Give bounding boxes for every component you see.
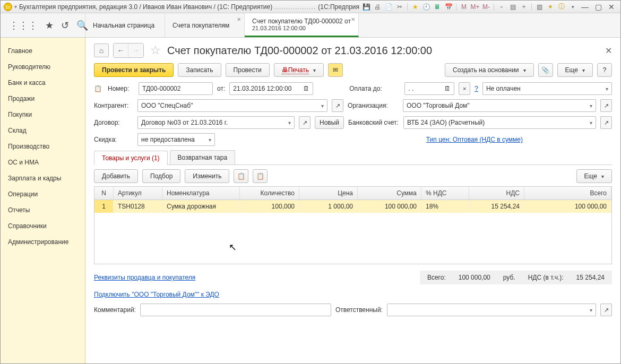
sidebar-item-sales[interactable]: Продажи xyxy=(1,91,85,107)
star-icon[interactable]: ★ xyxy=(410,3,420,11)
history-nav-icon[interactable]: ↺ xyxy=(61,20,69,31)
calendar-icon[interactable]: 📅 xyxy=(444,3,453,11)
drop-icon[interactable]: ▾ xyxy=(568,3,577,11)
tool-icon[interactable]: ✴ xyxy=(546,3,555,11)
mem-m[interactable]: M xyxy=(459,3,469,11)
contract-field[interactable]: Договор №03 от 21.03.2016 г. xyxy=(137,116,295,129)
apps-icon[interactable]: ⋮⋮⋮ xyxy=(9,20,38,31)
close-icon[interactable]: ✕ xyxy=(237,16,241,22)
add-button[interactable]: Добавить xyxy=(94,169,138,183)
bank-account-open-button[interactable]: ↗ xyxy=(600,116,612,129)
responsible-field[interactable] xyxy=(387,304,596,316)
doc-icon[interactable]: 📄 xyxy=(384,3,393,11)
sidebar-item-catalogs[interactable]: Справочники xyxy=(1,218,85,234)
pay-status-field[interactable]: Не оплачен xyxy=(482,82,612,95)
sidebar-item-production[interactable]: Производство xyxy=(1,138,85,154)
tab-invoices[interactable]: Счета покупателям ✕ xyxy=(165,13,245,37)
sidebar: Главное Руководителю Банк и касса Продаж… xyxy=(1,38,85,364)
responsible-open-button[interactable]: ↗ xyxy=(600,304,612,316)
sidebar-item-manager[interactable]: Руководителю xyxy=(1,59,85,75)
date-field[interactable]: 21.03.2016 12:00:00🗓 xyxy=(229,82,313,95)
copy-button[interactable]: 📋 xyxy=(234,169,248,183)
col-price[interactable]: Цена xyxy=(299,187,358,200)
tab-invoice-current[interactable]: Счет покупателю ТД00-000002 от 21.03.201… xyxy=(245,13,359,37)
sidebar-item-reports[interactable]: Отчеты xyxy=(1,202,85,218)
sidebar-item-fixed-assets[interactable]: ОС и НМА xyxy=(1,154,85,170)
create-based-button[interactable]: Создать на основании xyxy=(445,63,534,77)
col-total[interactable]: Всего xyxy=(524,187,611,200)
save-icon[interactable]: 💾 xyxy=(361,3,371,11)
calc-icon[interactable]: 🖩 xyxy=(433,3,442,11)
pay-until-help-link[interactable]: ? xyxy=(475,85,478,92)
mem-mminus[interactable]: M- xyxy=(481,3,491,11)
col-nomenclature[interactable]: Номенклатура xyxy=(162,187,240,200)
number-field[interactable]: ТД00-000002 xyxy=(139,82,213,95)
cut-icon[interactable]: ✂ xyxy=(395,3,404,11)
dropdown-icon[interactable]: ▾ xyxy=(14,4,17,10)
history-icon[interactable]: 🕘 xyxy=(421,3,431,11)
page-icon[interactable]: ▫ xyxy=(497,3,506,11)
post-button[interactable]: Провести xyxy=(226,63,270,77)
plus-icon[interactable]: ＋ xyxy=(519,3,529,11)
col-n[interactable]: N xyxy=(94,187,114,200)
table-more-button[interactable]: Еще xyxy=(576,169,612,183)
seller-details-link[interactable]: Реквизиты продавца и покупателя xyxy=(94,274,195,281)
table-body[interactable]: 1 TSH0128 Сумка дорожная 100,000 1 000,0… xyxy=(94,200,611,264)
paste-button[interactable]: 📋 xyxy=(253,169,268,183)
chart-icon[interactable]: ▥ xyxy=(534,3,544,11)
sidebar-item-main[interactable]: Главное xyxy=(1,43,85,59)
counterparty-open-button[interactable]: ↗ xyxy=(332,99,343,112)
tab-start-page[interactable]: Начальная страница xyxy=(85,13,165,37)
edo-link[interactable]: Подключить "ООО "Торговый Дом"" к ЭДО xyxy=(94,291,219,298)
back-button[interactable]: ← xyxy=(114,44,128,57)
close-icon[interactable]: ✕ xyxy=(351,16,355,22)
print-button[interactable]: 🖶 Печать xyxy=(274,63,324,77)
save-button[interactable]: Записать xyxy=(178,63,221,77)
counterparty-field[interactable]: ООО "СпецСнаб" xyxy=(137,99,327,112)
email-button[interactable]: ✉ xyxy=(328,63,343,77)
forward-button[interactable]: → xyxy=(128,44,143,57)
sidebar-item-warehouse[interactable]: Склад xyxy=(1,123,85,138)
panel-icon[interactable]: ▤ xyxy=(508,3,518,11)
more-button[interactable]: Еще xyxy=(557,63,593,77)
col-vat-percent[interactable]: % НДС xyxy=(421,187,469,200)
minimize-button[interactable]: — xyxy=(579,3,591,11)
info-icon[interactable]: ⓘ xyxy=(557,3,566,11)
discount-field[interactable]: не предоставлена xyxy=(137,133,215,146)
comment-field[interactable] xyxy=(140,304,331,316)
tab-tare[interactable]: Возвратная тара xyxy=(170,150,236,164)
sidebar-item-payroll[interactable]: Зарплата и кадры xyxy=(1,170,85,186)
pay-until-field[interactable]: . . 🗓 xyxy=(404,82,454,95)
contract-open-button[interactable]: ↗ xyxy=(299,116,310,129)
document-close-button[interactable]: ✕ xyxy=(605,46,612,56)
new-contract-button[interactable]: Новый xyxy=(315,116,344,129)
organization-open-button[interactable]: ↗ xyxy=(600,99,612,112)
favorites-icon[interactable]: ★ xyxy=(45,20,54,31)
help-button[interactable]: ? xyxy=(597,63,612,77)
mem-mplus[interactable]: M+ xyxy=(470,3,480,11)
favorite-star-icon[interactable]: ☆ xyxy=(148,44,163,57)
document-title: Счет покупателю ТД00-000002 от 21.03.201… xyxy=(167,45,432,57)
sidebar-item-operations[interactable]: Операции xyxy=(1,186,85,202)
post-and-close-button[interactable]: Провести и закрыть xyxy=(94,63,174,77)
restore-button[interactable]: ▢ xyxy=(592,3,604,11)
print-icon[interactable]: 🖨 xyxy=(373,3,382,11)
tab-goods[interactable]: Товары и услуги (1) xyxy=(94,151,168,165)
col-article[interactable]: Артикул xyxy=(114,187,162,200)
close-button[interactable]: ✕ xyxy=(606,3,617,11)
col-vat[interactable]: НДС xyxy=(469,187,524,200)
clear-date-button[interactable]: × xyxy=(459,82,470,95)
price-type-link[interactable]: Тип цен: Оптовая (НДС в сумме) xyxy=(426,136,523,143)
col-quantity[interactable]: Количество xyxy=(240,187,299,200)
table-row[interactable]: 1 TSH0128 Сумка дорожная 100,000 1 000,0… xyxy=(94,200,611,213)
pick-button[interactable]: Подбор xyxy=(142,169,180,183)
sidebar-item-admin[interactable]: Администрирование xyxy=(1,234,85,250)
attach-button[interactable]: 📎 xyxy=(538,63,553,77)
bank-account-field[interactable]: ВТБ 24 (ЗАО) (Расчетный) xyxy=(403,116,596,129)
home-button[interactable]: ⌂ xyxy=(94,44,109,57)
sidebar-item-bank[interactable]: Банк и касса xyxy=(1,75,85,91)
col-sum[interactable]: Сумма xyxy=(358,187,421,200)
sidebar-item-purchases[interactable]: Покупки xyxy=(1,107,85,123)
organization-field[interactable]: ООО "Торговый Дом" xyxy=(403,99,596,112)
edit-button[interactable]: Изменить xyxy=(185,169,229,183)
